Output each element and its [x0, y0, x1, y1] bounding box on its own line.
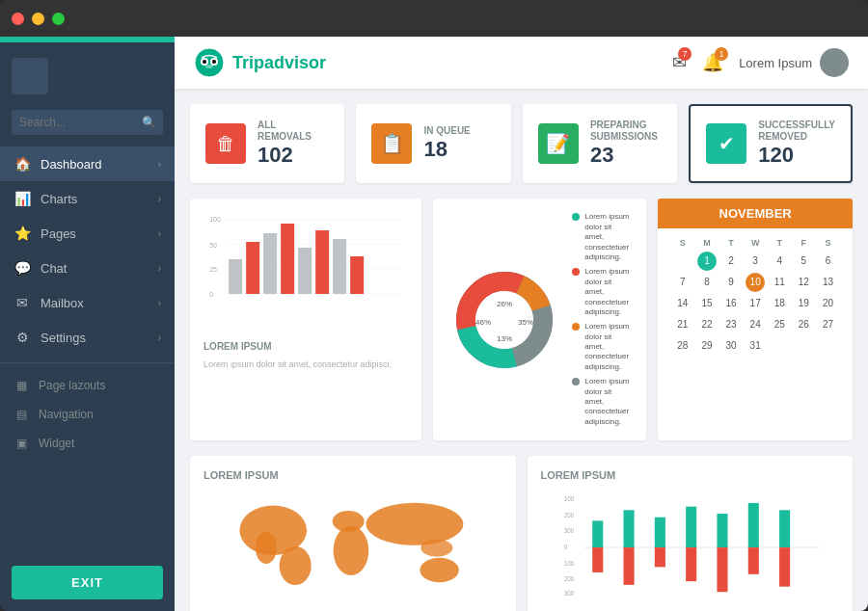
- svg-text:100: 100: [209, 216, 221, 223]
- sidebar-item-mailbox[interactable]: ✉ Mailbox ›: [0, 285, 175, 320]
- cal-day-8: 8: [695, 273, 718, 292]
- sidebar-item-page-layouts[interactable]: ▦ Page lazouts: [0, 371, 175, 400]
- svg-rect-16: [263, 233, 277, 294]
- svg-point-0: [195, 48, 224, 77]
- svg-point-3: [203, 60, 206, 64]
- chevron-right-icon: ›: [158, 332, 161, 343]
- calendar-month: NOVEMBER: [658, 199, 853, 228]
- app-body: 🔍 🏠 Dashboard › 📊 Charts › ⭐ Page: [0, 37, 868, 611]
- svg-rect-17: [281, 224, 294, 294]
- bar-chart-card: 100 50 25 0: [190, 199, 421, 440]
- svg-rect-60: [747, 547, 758, 574]
- main-content: Tripadvisor ✉ 7 🔔 1 Lorem Ipsum: [175, 37, 868, 611]
- widget-icon: ▣: [14, 437, 29, 450]
- sidebar-item-widget[interactable]: ▣ Widget: [0, 429, 175, 458]
- cal-day-28: 28: [671, 336, 693, 356]
- calendar-grid: S M T W T F S - 1 2 3 4 5: [671, 236, 839, 356]
- brand-name: Tripadvisor: [232, 53, 326, 73]
- mail-button[interactable]: ✉ 7: [672, 52, 687, 73]
- svg-point-4: [212, 60, 216, 64]
- cal-day-17: 17: [745, 294, 767, 313]
- minimize-button[interactable]: [32, 13, 44, 25]
- chevron-right-icon: ›: [158, 159, 161, 170]
- user-menu[interactable]: Lorem Ipsum: [739, 48, 849, 77]
- svg-rect-53: [747, 503, 758, 547]
- svg-rect-49: [623, 511, 634, 548]
- svg-text:26%: 26%: [497, 300, 512, 308]
- cal-day-25: 25: [769, 315, 791, 334]
- dashboard-content: 🗑 ALL REMOVALS 102 📋 IN QUEUE 18: [175, 89, 868, 611]
- svg-point-36: [334, 526, 369, 575]
- stats-row: 🗑 ALL REMOVALS 102 📋 IN QUEUE 18: [190, 104, 853, 183]
- sidebar-item-chat[interactable]: 💬 Chat ›: [0, 251, 175, 285]
- close-button[interactable]: [12, 13, 24, 25]
- brand: Tripadvisor: [194, 47, 326, 78]
- legend-item-3: Lorem ipsum dolor sit amet, consectetuer…: [572, 322, 633, 372]
- svg-text:50: 50: [209, 242, 217, 249]
- layouts-icon: ▦: [14, 379, 29, 392]
- submissions-icon: 📝: [538, 123, 579, 164]
- day-head-m: M: [695, 236, 718, 250]
- svg-text:200: 200: [563, 512, 574, 518]
- chevron-right-icon: ›: [158, 194, 161, 204]
- cal-day-11: 11: [769, 273, 791, 292]
- app-window: 🔍 🏠 Dashboard › 📊 Charts › ⭐ Page: [0, 0, 868, 611]
- day-head-s1: S: [671, 236, 693, 250]
- sidebar-item-navigation[interactable]: ▤ Navigation: [0, 400, 175, 429]
- bar-chart2-card: LOREM IPSUM 100 200 300 0 100 200 300: [528, 456, 854, 611]
- bar-chart-title: LOREM IPSUM: [203, 341, 408, 352]
- app-header: Tripadvisor ✉ 7 🔔 1 Lorem Ipsum: [175, 37, 868, 89]
- sidebar-item-charts-label: Charts: [41, 192, 77, 206]
- cal-day-18: 18: [769, 294, 791, 313]
- stat-card-removed: ✔ SUCCESSFULLYREMOVED 120: [689, 104, 853, 183]
- cal-day-16: 16: [719, 294, 742, 313]
- svg-text:13%: 13%: [497, 334, 512, 343]
- cal-day-6: 6: [817, 252, 839, 271]
- svg-rect-56: [623, 547, 634, 585]
- cal-day-30: 30: [719, 336, 742, 356]
- svg-rect-52: [717, 514, 727, 547]
- sidebar-logo: [12, 58, 48, 94]
- bell-button[interactable]: 🔔 1: [702, 52, 723, 73]
- check-icon: ✔: [706, 123, 746, 164]
- svg-rect-14: [229, 259, 242, 294]
- svg-point-39: [420, 558, 458, 583]
- sidebar: 🔍 🏠 Dashboard › 📊 Charts › ⭐ Page: [0, 37, 175, 611]
- charts-icon: 📊: [14, 191, 31, 206]
- svg-rect-59: [717, 547, 727, 592]
- svg-text:46%: 46%: [475, 318, 491, 327]
- map-card: LOREM IPSUM: [190, 456, 516, 611]
- svg-point-5: [205, 65, 213, 68]
- sidebar-item-dashboard[interactable]: 🏠 Dashboard ›: [0, 146, 175, 181]
- settings-icon: ⚙: [14, 330, 31, 345]
- svg-rect-57: [654, 547, 665, 567]
- stat-label-preparing: PREPARINGSUBMISSIONS: [590, 120, 658, 143]
- maximize-button[interactable]: [52, 13, 65, 25]
- sidebar-item-settings[interactable]: ⚙ Settings ›: [0, 320, 175, 355]
- cal-day-13: 13: [817, 273, 839, 292]
- exit-button[interactable]: EXIT: [12, 566, 163, 599]
- cal-day-empty: -: [671, 252, 693, 271]
- brand-logo: [194, 47, 225, 78]
- cal-day-23: 23: [719, 315, 742, 334]
- svg-point-34: [280, 546, 312, 585]
- day-head-w: W: [745, 236, 767, 250]
- sidebar-item-charts[interactable]: 📊 Charts ›: [0, 181, 175, 216]
- legend-dot-red: [572, 268, 580, 276]
- svg-text:25: 25: [209, 266, 217, 273]
- bottom-row: LOREM IPSUM: [190, 456, 853, 611]
- legend-item-4: Lorem ipsum dolor sit amet, consectetuer…: [572, 377, 633, 427]
- sidebar-item-pages[interactable]: ⭐ Pages ›: [0, 216, 175, 251]
- stat-card-in-queue: 📋 IN QUEUE 18: [356, 104, 510, 183]
- search-input[interactable]: [12, 110, 163, 135]
- svg-rect-50: [654, 518, 665, 547]
- cal-day-20: 20: [817, 294, 839, 313]
- stat-label-removed: SUCCESSFULLYREMOVED: [758, 120, 835, 143]
- legend-label-2: Lorem ipsum dolor sit amet, consectetuer…: [584, 267, 633, 317]
- bell-badge: 1: [715, 47, 728, 61]
- svg-rect-54: [779, 511, 790, 548]
- svg-rect-21: [350, 256, 364, 294]
- cal-day-22: 22: [695, 315, 718, 334]
- sidebar-item-pages-label: Pages: [41, 226, 76, 241]
- sidebar-search-container: 🔍: [12, 110, 163, 135]
